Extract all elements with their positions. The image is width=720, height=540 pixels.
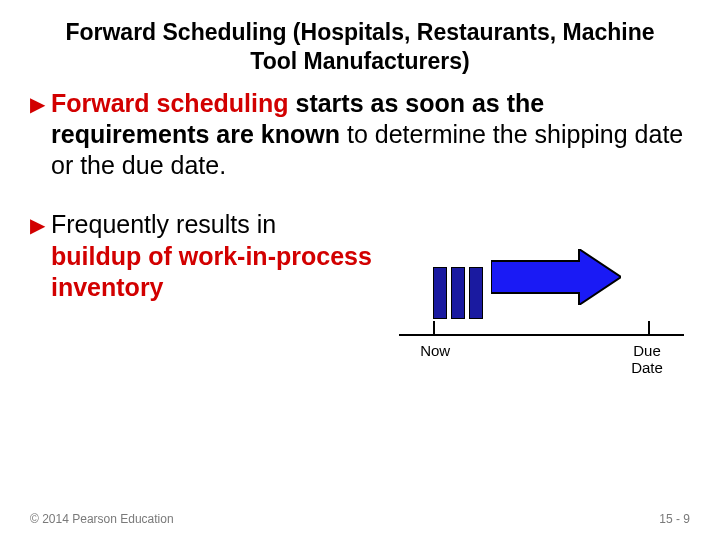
label-now: Now xyxy=(415,343,455,360)
bullet-2-part2: buildup of work-in-process inventory xyxy=(51,242,372,301)
slide: Forward Scheduling (Hospitals, Restauran… xyxy=(0,0,720,540)
timeline-axis xyxy=(399,334,684,336)
bullet-1-part1: Forward scheduling xyxy=(51,89,289,117)
bullet-1-text: Forward scheduling starts as soon as the… xyxy=(51,88,690,182)
copyright-text: © 2014 Pearson Education xyxy=(30,512,174,526)
forward-arrow-icon xyxy=(491,249,621,309)
tick-due xyxy=(648,321,650,336)
svg-marker-0 xyxy=(491,249,621,305)
bullet-2-text: Frequently results in buildup of work-in… xyxy=(51,209,373,303)
wip-bars xyxy=(433,249,483,319)
slide-title: Forward Scheduling (Hospitals, Restauran… xyxy=(30,18,690,76)
wip-bar xyxy=(451,267,465,319)
label-due: Due Date xyxy=(624,343,670,376)
wip-bar xyxy=(433,267,447,319)
bullet-2-row: ▶ Frequently results in buildup of work-… xyxy=(30,209,690,419)
tick-now xyxy=(433,321,435,336)
bullet-1: ▶ Forward scheduling starts as soon as t… xyxy=(30,88,690,182)
wip-bar xyxy=(469,267,483,319)
bullet-marker-icon: ▶ xyxy=(30,212,45,239)
page-number: 15 - 9 xyxy=(659,512,690,526)
footer: © 2014 Pearson Education 15 - 9 xyxy=(30,512,690,526)
bullet-marker-icon: ▶ xyxy=(30,91,45,118)
bullet-2-part1: Frequently results in xyxy=(51,210,276,238)
timeline-diagram: Now Due Date xyxy=(393,219,690,419)
